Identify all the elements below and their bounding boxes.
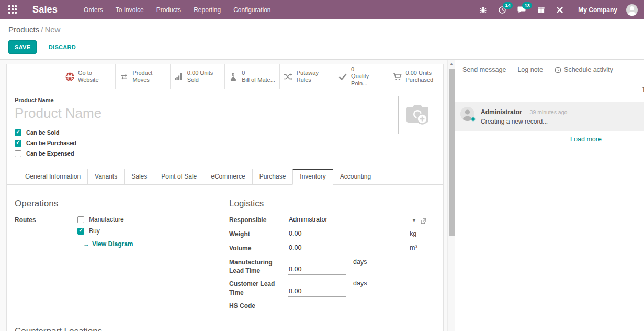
route-manufacture-checkbox[interactable]: Manufacture [77, 216, 133, 223]
responsible-label: Responsible [229, 216, 288, 225]
weight-label: Weight [229, 230, 288, 239]
stat-button-box: Go toWebsite ProductMoves 0.00 UnitsSold [7, 64, 443, 89]
top-navbar: Sales Orders To Invoice Products Reporti… [0, 0, 644, 19]
tab-purchase[interactable]: Purchase [252, 169, 293, 185]
menu-products[interactable]: Products [151, 1, 186, 19]
volume-field[interactable]: 0.00 [288, 244, 402, 253]
units-sold-button[interactable]: 0.00 UnitsSold [170, 64, 224, 89]
manufacturing-lead-time-label: Manufacturing Lead Time [229, 258, 288, 275]
online-status-dot [471, 117, 476, 122]
save-button[interactable]: SAVE [8, 40, 37, 54]
breadcrumb-current: New [44, 25, 60, 34]
globe-icon [65, 72, 74, 81]
clock-icon [555, 67, 561, 73]
weight-field[interactable]: 0.00 [288, 230, 402, 239]
messages-icon[interactable]: 13 [514, 4, 530, 16]
camera-plus-icon [404, 104, 431, 127]
arrow-right-icon: → [83, 240, 89, 248]
tab-inventory[interactable]: Inventory [292, 169, 333, 185]
shuffle-icon [284, 73, 293, 80]
breadcrumb-products[interactable]: Products [8, 25, 39, 34]
logistics-heading: Logistics [229, 198, 435, 209]
product-name-label: Product Name [15, 97, 435, 103]
date-divider-label: Today [642, 86, 644, 93]
responsible-field[interactable]: Administrator ▼ [288, 216, 416, 225]
route-buy-checkbox[interactable]: Buy [77, 227, 133, 235]
chatter-panel: Send message Log note Schedule activity … [455, 60, 644, 331]
product-name-input[interactable] [15, 104, 261, 125]
product-moves-button[interactable]: ProductMoves [115, 64, 170, 89]
date-divider: Today [455, 86, 644, 93]
bill-of-materials-button[interactable]: 0Bill of Mate... [224, 64, 279, 89]
control-panel: Products/New SAVE DISCARD [0, 19, 644, 60]
manufacturing-lead-time-field[interactable]: 0.00 [288, 258, 346, 275]
tab-ecommerce[interactable]: eCommerce [204, 169, 252, 185]
can-be-sold-checkbox[interactable]: Can be Sold [15, 129, 435, 136]
tab-sales[interactable]: Sales [124, 169, 154, 185]
external-link-icon[interactable] [421, 216, 426, 225]
user-avatar[interactable] [626, 4, 638, 16]
breadcrumb: Products/New [8, 25, 636, 34]
tab-point-of-sale[interactable]: Point of Sale [154, 169, 204, 185]
weight-unit: kg [410, 230, 416, 239]
units-purchased-button[interactable]: 0.00 UnitsPurchased [389, 64, 443, 89]
send-message-button[interactable]: Send message [462, 66, 506, 73]
routes-label: Routes [15, 216, 77, 248]
discard-button[interactable]: DISCARD [42, 41, 82, 53]
checkbox-empty-icon [15, 150, 21, 157]
bug-icon[interactable] [476, 4, 491, 16]
message-timestamp: - 39 minutes ago [526, 109, 567, 115]
view-diagram-link[interactable]: → View Diagram [83, 240, 133, 248]
customer-lead-time-unit: days [353, 280, 367, 296]
load-more-link[interactable]: Load more [455, 136, 644, 143]
app-brand[interactable]: Sales [32, 4, 58, 15]
gift-icon[interactable] [534, 4, 549, 16]
counterpart-locations-heading: Counterpart Locations [15, 326, 435, 331]
chatter-message: Administrator - 39 minutes ago Creating … [455, 102, 644, 131]
customer-lead-time-label: Customer Lead Time [229, 280, 288, 296]
apps-menu-icon[interactable] [8, 5, 18, 15]
checkbox-checked-icon [15, 129, 21, 136]
hs-code-field[interactable] [288, 302, 416, 310]
chevron-down-icon[interactable]: ▼ [412, 218, 416, 223]
bar-chart-icon [174, 73, 184, 80]
tools-icon[interactable] [552, 4, 567, 16]
menu-to-invoice[interactable]: To Invoice [110, 1, 149, 19]
activity-count-badge: 14 [503, 2, 513, 9]
customer-lead-time-field[interactable]: 0.00 [288, 280, 346, 296]
tab-variants[interactable]: Variants [87, 169, 125, 185]
manufacturing-lead-time-unit: days [353, 258, 367, 275]
app-menu: Orders To Invoice Products Reporting Con… [78, 1, 276, 19]
go-to-website-button[interactable]: Go toWebsite [61, 64, 115, 89]
product-image-upload[interactable] [398, 96, 436, 134]
can-be-expensed-checkbox[interactable]: Can be Expensed [15, 150, 435, 157]
transfer-arrows-icon [119, 73, 129, 80]
activities-icon[interactable]: 14 [494, 4, 510, 16]
tab-accounting[interactable]: Accounting [333, 169, 378, 185]
company-switcher[interactable]: My Company [578, 6, 617, 14]
flask-icon [229, 73, 238, 81]
hs-code-label: HS Code [229, 302, 288, 310]
checkbox-checked-icon [77, 228, 84, 235]
tab-general-information[interactable]: General Information [18, 169, 88, 185]
menu-configuration[interactable]: Configuration [228, 1, 276, 19]
menu-orders[interactable]: Orders [78, 1, 108, 19]
scrollbar-thumb[interactable] [449, 69, 455, 236]
putaway-rules-button[interactable]: PutawayRules [279, 64, 334, 89]
scroll-up-icon[interactable]: ▲ [448, 60, 455, 68]
notebook-tabs: General Information Variants Sales Point… [7, 169, 443, 185]
log-note-button[interactable]: Log note [517, 66, 543, 73]
breadcrumb-separator: / [41, 25, 43, 34]
cart-icon [393, 73, 402, 81]
menu-reporting[interactable]: Reporting [188, 1, 226, 19]
checkbox-checked-icon [15, 140, 21, 147]
operations-heading: Operations [15, 198, 229, 209]
check-icon [338, 73, 347, 80]
quality-points-button[interactable]: 0Quality Poin... [334, 64, 388, 89]
can-be-purchased-checkbox[interactable]: Can be Purchased [15, 139, 435, 147]
vertical-scrollbar[interactable]: ▲ [447, 60, 455, 331]
checkbox-empty-icon [77, 216, 84, 223]
volume-label: Volume [229, 244, 288, 253]
message-count-badge: 13 [522, 2, 532, 9]
schedule-activity-button[interactable]: Schedule activity [555, 66, 613, 73]
